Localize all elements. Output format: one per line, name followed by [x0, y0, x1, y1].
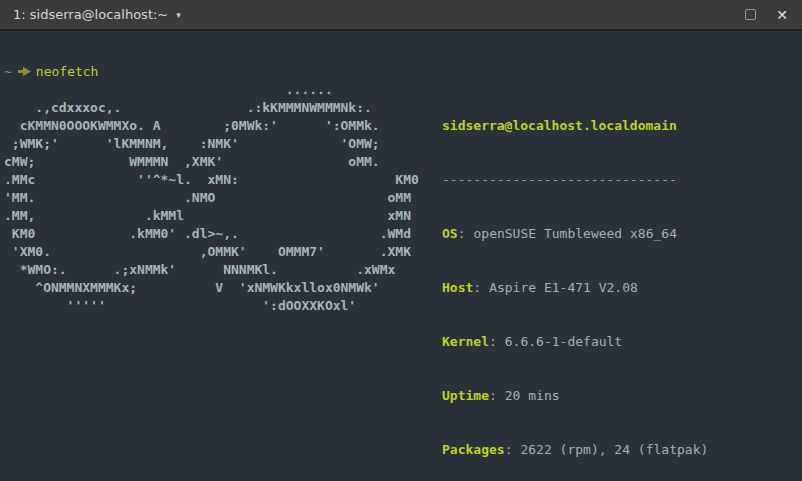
maximize-icon[interactable]: [745, 9, 756, 20]
info-row-uptime: Uptime:20 mins: [442, 387, 787, 405]
info-row-packages: Packages:2622 (rpm), 24 (flatpak): [442, 441, 787, 459]
command-text: neofetch: [36, 64, 99, 79]
terminal-screen[interactable]: ~neofetch ...... .,cdxxxoc,. .:kKMMMNWMM…: [0, 31, 802, 481]
terminal-window: 1: sidserra@localhost:~ ▾ ✕ ~neofetch ..…: [0, 0, 802, 481]
info-label: Host: [442, 280, 473, 295]
info-value: 20 mins: [505, 388, 560, 403]
info-value: openSUSE Tumbleweed x86_64: [473, 226, 677, 241]
cwd-indicator: ~: [4, 64, 12, 79]
system-info: sidserra@localhost.localdomain ---------…: [442, 81, 787, 481]
info-row-os: OS:openSUSE Tumbleweed x86_64: [442, 225, 787, 243]
session-dropdown-caret-icon[interactable]: ▾: [176, 10, 181, 20]
info-row-host: Host:Aspire E1-471 V2.08: [442, 279, 787, 297]
info-label: Packages: [442, 442, 505, 457]
info-separator: ------------------------------: [442, 171, 787, 189]
window-controls: ✕: [745, 8, 788, 22]
info-row-kernel: Kernel:6.6.6-1-default: [442, 333, 787, 351]
info-header: sidserra@localhost.localdomain: [442, 117, 787, 135]
info-value: 6.6.6-1-default: [505, 334, 622, 349]
info-value: 2622 (rpm), 24 (flatpak): [520, 442, 708, 457]
info-value: Aspire E1-471 V2.08: [489, 280, 638, 295]
prompt-arrow-icon: [18, 66, 31, 77]
info-label: Kernel: [442, 334, 489, 349]
window-title: 1: sidserra@localhost:~: [13, 7, 168, 22]
info-label: OS: [442, 226, 458, 241]
close-icon[interactable]: ✕: [776, 8, 788, 22]
window-titlebar[interactable]: 1: sidserra@localhost:~ ▾ ✕: [0, 0, 802, 30]
prompt-line-top: ~neofetch: [4, 63, 98, 81]
distro-ascii-art: ...... .,cdxxxoc,. .:kKMMMNWMMMNk:. cKMM…: [4, 81, 419, 315]
info-label: Uptime: [442, 388, 489, 403]
